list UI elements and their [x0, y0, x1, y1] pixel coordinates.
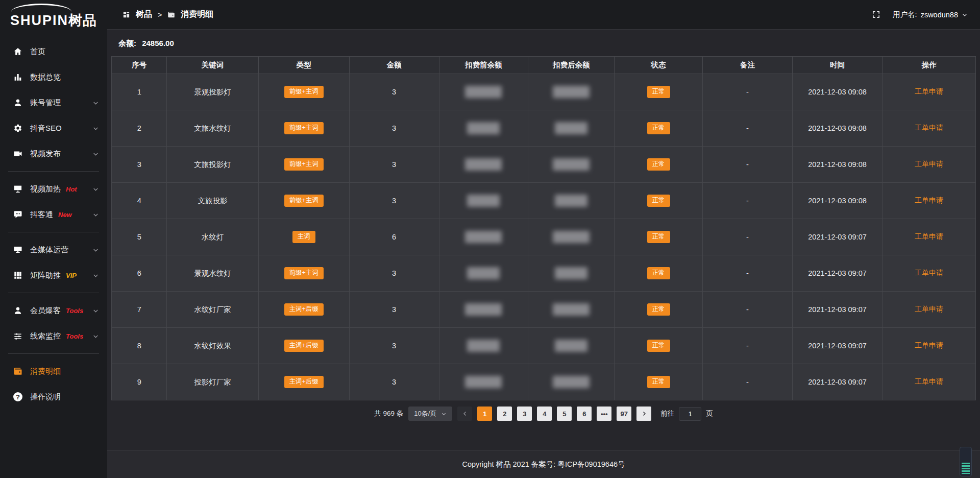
- breadcrumb-current: 消费明细: [181, 9, 213, 20]
- sidebar-item-matrix-boost[interactable]: 矩阵助推 VIP: [0, 262, 107, 288]
- page-button-4[interactable]: 4: [537, 407, 552, 421]
- cell-balance-after: [528, 292, 614, 328]
- work-order-link[interactable]: 工单申请: [915, 124, 943, 132]
- censored-value: [465, 231, 502, 243]
- screen-icon: [13, 184, 22, 194]
- page-button-2[interactable]: 2: [497, 407, 512, 421]
- type-badge: 主词: [292, 231, 315, 243]
- cell-balance-before: [439, 364, 528, 400]
- chevron-left-icon: [462, 411, 468, 417]
- main-area: 树品 > 消费明细 用户名: zswodun88 余额: 24856.00: [107, 0, 980, 478]
- cell-type: 主词+后缀: [258, 328, 349, 364]
- table-row: 6 景观水纹灯 前缀+主词 3 正常 - 2021-12-03 09:07 工单…: [112, 255, 976, 292]
- cell-balance-before: [439, 110, 528, 147]
- chevron-down-icon: [92, 307, 99, 314]
- work-order-link[interactable]: 工单申请: [915, 341, 943, 349]
- sidebar-item-instructions[interactable]: ? 操作说明: [0, 384, 107, 410]
- balance-label: 余额:: [118, 39, 136, 47]
- sidebar-item-home[interactable]: 首页: [0, 39, 107, 64]
- page-button-3[interactable]: 3: [517, 407, 532, 421]
- sidebar-item-account[interactable]: 账号管理: [0, 90, 107, 115]
- cell-index: 9: [112, 364, 167, 400]
- work-order-link[interactable]: 工单申请: [915, 232, 943, 241]
- sidebar-item-member-burst[interactable]: 会员爆客 Tools: [0, 298, 107, 323]
- cell-action: 工单申请: [883, 110, 976, 147]
- goto-page-input[interactable]: [679, 407, 701, 421]
- censored-value: [555, 195, 587, 207]
- cell-keyword: 文旅投影: [167, 183, 258, 219]
- sidebar-item-data-overview[interactable]: 数据总览: [0, 64, 107, 90]
- sidebar-item-video-heat[interactable]: 视频加热 Hot: [0, 176, 107, 202]
- chevron-down-icon: [92, 151, 99, 157]
- cell-keyword: 文旅投影灯: [167, 147, 258, 183]
- work-order-link[interactable]: 工单申请: [915, 305, 943, 313]
- censored-value: [555, 340, 587, 352]
- cell-action: 工单申请: [883, 219, 976, 255]
- cell-index: 2: [112, 110, 167, 147]
- cell-type: 主词: [258, 219, 349, 255]
- work-order-link[interactable]: 工单申请: [915, 377, 943, 386]
- cell-balance-after: [528, 183, 614, 219]
- page-button-1[interactable]: 1: [477, 407, 492, 421]
- sidebar-item-lead-monitor[interactable]: 线索监控 Tools: [0, 323, 107, 349]
- table-row: 1 景观投影灯 前缀+主词 3 正常 - 2021-12-03 09:08 工单…: [112, 74, 976, 110]
- type-badge: 前缀+主词: [284, 86, 324, 98]
- cell-action: 工单申请: [883, 147, 976, 183]
- fullscreen-icon[interactable]: [872, 10, 880, 19]
- floating-widget[interactable]: [960, 447, 972, 476]
- cell-balance-after: [528, 219, 614, 255]
- censored-value: [553, 231, 590, 243]
- sidebar-item-label: 会员爆客: [30, 306, 61, 316]
- status-badge: 正常: [647, 158, 670, 171]
- cell-remark: -: [702, 110, 792, 147]
- chat-icon: [13, 210, 22, 219]
- table-row: 9 投影灯厂家 主词+后缀 3 正常 - 2021-12-03 09:07 工单…: [112, 364, 976, 400]
- page-button-5[interactable]: 5: [557, 407, 572, 421]
- col-balance-after: 扣费后余额: [528, 57, 614, 74]
- widget-stripes: [962, 463, 970, 474]
- sidebar-item-label: 视频发布: [30, 149, 61, 159]
- breadcrumb-home[interactable]: 树品: [136, 9, 152, 20]
- work-order-link[interactable]: 工单申请: [915, 269, 943, 277]
- sidebar-item-douketong[interactable]: 抖客通 New: [0, 202, 107, 227]
- status-badge: 正常: [647, 340, 670, 352]
- type-badge: 主词+后缀: [284, 303, 324, 316]
- cell-status: 正常: [615, 74, 703, 110]
- cell-time: 2021-12-03 09:07: [793, 328, 883, 364]
- user-menu[interactable]: 用户名: zswodun88: [893, 10, 968, 19]
- app-logo: SHUPIN树品: [0, 0, 107, 32]
- page-button-97[interactable]: 97: [617, 407, 631, 421]
- chevron-down-icon: [92, 211, 99, 218]
- chevron-down-icon: [92, 125, 99, 132]
- cell-index: 8: [112, 328, 167, 364]
- cell-index: 5: [112, 219, 167, 255]
- sidebar-item-label: 矩阵助推: [30, 271, 61, 280]
- work-order-link[interactable]: 工单申请: [915, 87, 943, 95]
- sidebar-item-all-media[interactable]: 全媒体运营: [0, 237, 107, 262]
- page-button-6[interactable]: 6: [577, 407, 592, 421]
- sliders-icon: [13, 331, 22, 341]
- more-pages-button[interactable]: •••: [597, 407, 611, 421]
- consumption-table: 序号 关键词 类型 金额 扣费前余额 扣费后余额 状态 备注 时间 操作 1 景…: [111, 56, 976, 400]
- cell-amount: 3: [349, 255, 439, 292]
- work-order-link[interactable]: 工单申请: [915, 160, 943, 168]
- balance-line: 余额: 24856.00: [111, 39, 976, 49]
- cell-status: 正常: [615, 147, 703, 183]
- work-order-link[interactable]: 工单申请: [915, 196, 943, 204]
- cell-action: 工单申请: [883, 292, 976, 328]
- page-size-select[interactable]: 10条/页: [408, 407, 452, 421]
- status-badge: 正常: [647, 267, 670, 279]
- sidebar-item-video-publish[interactable]: 视频发布: [0, 141, 107, 166]
- type-badge: 前缀+主词: [284, 158, 324, 171]
- next-page-button[interactable]: [636, 407, 651, 421]
- prev-page-button[interactable]: [457, 407, 472, 421]
- cell-balance-before: [439, 255, 528, 292]
- sidebar-item-label: 全媒体运营: [30, 245, 68, 255]
- cell-action: 工单申请: [883, 183, 976, 219]
- censored-value: [467, 340, 500, 352]
- sidebar-item-douyin-seo[interactable]: 抖音SEO: [0, 115, 107, 141]
- sidebar-item-consumption-detail[interactable]: 消费明细: [0, 358, 107, 384]
- cell-balance-after: [528, 110, 614, 147]
- sidebar-item-label: 操作说明: [30, 392, 61, 402]
- cell-keyword: 水纹灯厂家: [167, 292, 258, 328]
